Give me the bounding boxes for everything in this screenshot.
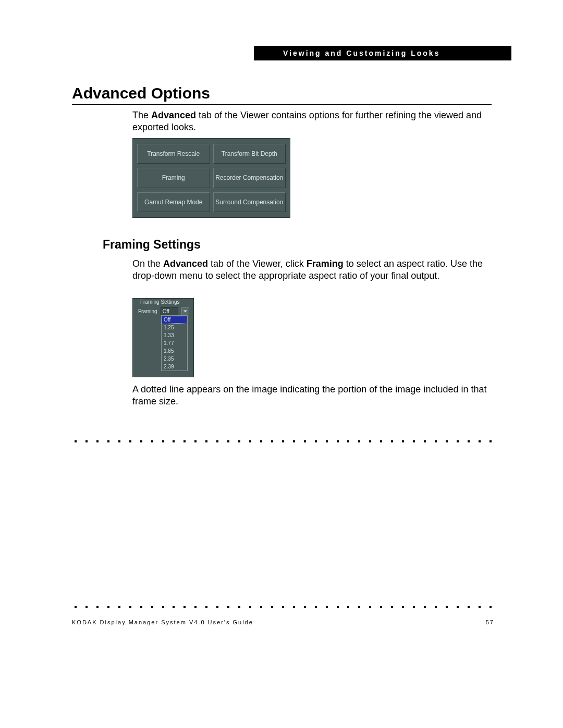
framing-option-185[interactable]: 1.85: [162, 347, 187, 355]
framing-fieldset-legend: Framing Settings: [139, 299, 181, 305]
framing-text-b2: Framing: [307, 258, 344, 269]
transform-bit-depth-button[interactable]: Transform Bit Depth: [213, 144, 286, 164]
chevron-down-icon: [183, 310, 187, 313]
framing-option-235[interactable]: 2.35: [162, 355, 187, 363]
gamut-remap-mode-button[interactable]: Gamut Remap Mode: [137, 192, 210, 212]
framing-settings-panel: Framing Settings Framing Off Off 1.25 1.…: [132, 298, 194, 377]
chapter-header: Viewing and Customizing Looks: [254, 46, 511, 60]
transform-rescale-button[interactable]: Transform Rescale: [137, 144, 210, 164]
framing-option-177[interactable]: 1.77: [162, 339, 187, 347]
framing-label: Framing: [138, 309, 157, 314]
section-heading-framing-settings: Framing Settings: [103, 238, 201, 252]
framing-dropdown-list[interactable]: Off 1.25 1.33 1.77 1.85 2.35 2.39: [161, 315, 188, 371]
framing-control-row: Framing Off: [138, 307, 189, 315]
framing-button[interactable]: Framing: [137, 168, 210, 188]
chapter-title: Viewing and Customizing Looks: [283, 49, 440, 57]
intro-text-pre: The: [132, 110, 151, 120]
framing-paragraph: On the Advanced tab of the Viewer, click…: [132, 258, 492, 281]
framing-select-value[interactable]: Off: [161, 307, 178, 315]
heading-rule: [72, 104, 492, 105]
framing-option-off[interactable]: Off: [162, 316, 187, 324]
framing-option-133[interactable]: 1.33: [162, 331, 187, 339]
footer-title: KODAK Display Manager System V4.0 User's…: [72, 619, 253, 625]
advanced-tab-panel: Transform Rescale Transform Bit Depth Fr…: [132, 138, 290, 218]
framing-text-pre: On the: [132, 258, 163, 269]
surround-compensation-button[interactable]: Surround Compensation: [213, 192, 286, 212]
page-number: 57: [486, 619, 494, 625]
decorative-dots-lower: [75, 606, 492, 608]
intro-text-bold: Advanced: [151, 110, 196, 120]
framing-option-239[interactable]: 2.39: [162, 363, 187, 371]
section-heading-advanced-options: Advanced Options: [72, 84, 210, 102]
framing-dropdown-arrow[interactable]: [181, 307, 189, 315]
intro-paragraph: The Advanced tab of the Viewer contains …: [132, 109, 492, 133]
decorative-dots-upper: [75, 440, 492, 442]
framing-option-125[interactable]: 1.25: [162, 324, 187, 331]
framing-text-mid: tab of the Viewer, click: [208, 258, 307, 269]
framing-text-b1: Advanced: [163, 258, 208, 269]
dotted-line-paragraph: A dotted line appears on the image indic…: [132, 384, 492, 407]
recorder-compensation-button[interactable]: Recorder Compensation: [213, 168, 286, 188]
page-footer: KODAK Display Manager System V4.0 User's…: [72, 619, 494, 625]
